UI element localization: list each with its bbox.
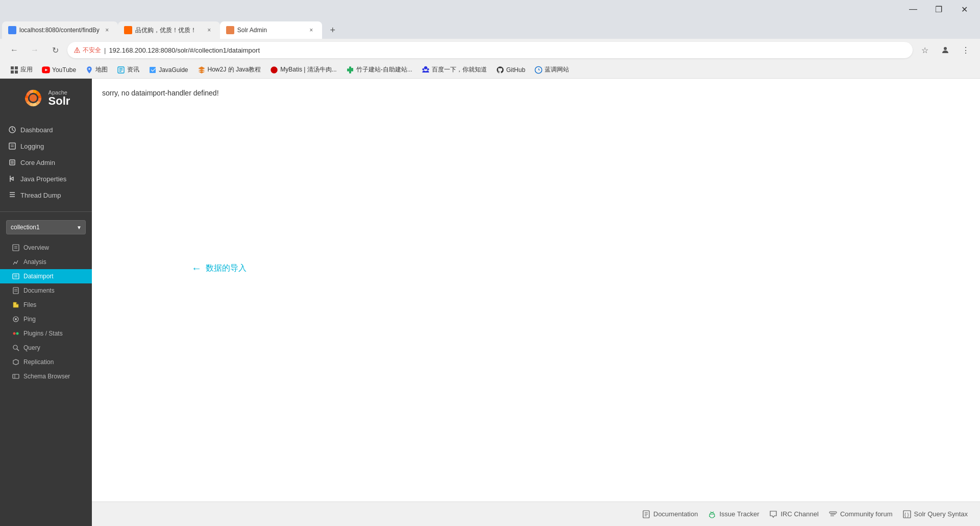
address-text: 192.168.200.128:8080/solr/#/collection1/… <box>109 46 906 54</box>
bookmark-blue[interactable]: 蓝调网站 <box>530 63 573 76</box>
logging-icon <box>8 142 16 150</box>
svg-point-34 <box>13 332 16 335</box>
doc-icon <box>642 510 650 518</box>
sidebar-sub-item-overview[interactable]: Overview <box>0 241 92 255</box>
footer-link-community-forum[interactable]: Community forum <box>829 510 893 518</box>
query-icon <box>12 344 19 351</box>
svg-rect-19 <box>11 161 14 164</box>
footer-link-documentation[interactable]: Documentation <box>642 510 698 518</box>
sidebar-item-dashboard[interactable]: Dashboard <box>0 122 92 138</box>
footer-link-issue-tracker[interactable]: Issue Tracker <box>708 510 759 518</box>
sidebar-item-core-admin[interactable]: Core Admin <box>0 154 92 171</box>
main-content-area: sorry, no dataimport-handler defined! ← … <box>92 79 980 526</box>
sidebar: Apache Solr Dashboard Logging Core Admin <box>0 79 92 526</box>
collection-dropdown-container: collection1 <box>6 220 86 234</box>
sidebar-sub-item-dataimport[interactable]: Dataimport <box>0 269 92 283</box>
bookmark-apps[interactable]: 应用 <box>6 63 37 76</box>
java-props-icon <box>8 175 16 183</box>
svg-point-44 <box>709 513 715 518</box>
bookmark-page-button[interactable]: ☆ <box>917 42 933 58</box>
sidebar-sub-item-plugins-stats[interactable]: Plugins / Stats <box>0 326 92 341</box>
browser-tab-tab3[interactable]: Solr Admin× <box>220 21 322 39</box>
bookmark-how2j[interactable]: How2J 的 Java教程 <box>193 63 265 76</box>
minimize-button[interactable]: — <box>901 2 925 17</box>
svg-rect-3 <box>11 70 14 74</box>
sidebar-divider <box>0 211 92 212</box>
svg-line-37 <box>17 349 19 351</box>
app-container: Apache Solr Dashboard Logging Core Admin <box>0 79 980 526</box>
sidebar-logo: Apache Solr <box>0 79 92 117</box>
sidebar-sub-item-analysis-label: Analysis <box>23 258 46 266</box>
error-message: sorry, no dataimport-handler defined! <box>102 89 970 97</box>
chat-icon <box>769 510 777 518</box>
query-syntax-icon: { } <box>903 510 911 518</box>
solr-logo-icon <box>22 87 44 109</box>
sidebar-sub-item-documents-label: Documents <box>23 287 55 294</box>
new-tab-button[interactable]: + <box>324 21 341 39</box>
bookmark-news[interactable]: 资讯 <box>113 63 143 76</box>
footer-link-community-forum-label: Community forum <box>840 510 893 518</box>
refresh-button[interactable]: ↻ <box>47 42 63 58</box>
files-icon <box>12 301 19 308</box>
browser-tab-tab2[interactable]: 品优购，优质！优质！× <box>118 21 220 39</box>
sidebar-sub-item-ping[interactable]: Ping <box>0 312 92 326</box>
sidebar-sub-item-files[interactable]: Files <box>0 298 92 312</box>
svg-text:{ }: { } <box>904 512 909 517</box>
sidebar-sub-item-query[interactable]: Query <box>0 341 92 355</box>
sidebar-sub-item-dataimport-label: Dataimport <box>23 273 54 280</box>
sidebar-main-nav: Dashboard Logging Core Admin Java Proper… <box>0 117 92 207</box>
bookmark-javaguide[interactable]: JavaGuide <box>144 64 192 76</box>
annotation-arrow: ← <box>191 262 202 274</box>
menu-button[interactable]: ⋮ <box>958 42 974 58</box>
bookmark-github[interactable]: GitHub <box>492 64 529 76</box>
sidebar-sub-item-files-label: Files <box>23 301 36 308</box>
sidebar-sub-item-query-label: Query <box>23 344 40 351</box>
back-button[interactable]: ← <box>6 42 22 58</box>
bookmarks-bar: 应用 YouTube 地图 资讯 JavaGuide How2J 的 Java教… <box>0 61 980 79</box>
tab-close-tab1[interactable]: × <box>103 26 112 35</box>
sidebar-sub-item-analysis[interactable]: Analysis <box>0 255 92 269</box>
svg-rect-29 <box>13 288 18 294</box>
footer-link-irc-channel[interactable]: IRC Channel <box>769 510 818 518</box>
bookmark-maps[interactable]: 地图 <box>81 63 112 76</box>
sidebar-item-logging[interactable]: Logging <box>0 138 92 154</box>
sidebar-sub-item-replication[interactable]: Replication <box>0 355 92 369</box>
collection-select[interactable]: collection1 <box>6 220 86 234</box>
bookmark-mybatis[interactable]: MyBatis | 清汤牛肉... <box>266 63 340 76</box>
svg-rect-11 <box>351 68 353 71</box>
dataimport-icon <box>12 273 19 280</box>
tab-close-tab2[interactable]: × <box>205 26 214 35</box>
svg-rect-26 <box>13 274 19 279</box>
svg-rect-38 <box>13 374 19 378</box>
footer: Documentation Issue Tracker IRC Channel … <box>92 501 980 526</box>
documents-icon <box>12 287 19 294</box>
bookmark-youtube[interactable]: YouTube <box>38 64 80 76</box>
forward-button[interactable]: → <box>27 42 43 58</box>
close-button[interactable]: ✕ <box>952 2 976 17</box>
annotation-container: ← 数据的导入 <box>191 262 247 274</box>
sidebar-sub-item-ping-label: Ping <box>23 316 36 323</box>
sidebar-sub-item-schema-browser[interactable]: Schema Browser <box>0 369 92 384</box>
browser-tab-tab1[interactable]: localhost:8080/content/findBy× <box>2 21 118 39</box>
svg-point-13 <box>29 94 37 102</box>
footer-link-solr-query-syntax[interactable]: { } Solr Query Syntax <box>903 510 968 518</box>
tab-favicon-tab2 <box>124 26 132 34</box>
security-warning: 不安全 <box>74 46 101 55</box>
maximize-button[interactable]: ❐ <box>927 2 950 17</box>
sidebar-sub-item-documents[interactable]: Documents <box>0 283 92 298</box>
tab-title-tab2: 品优购，优质！优质！ <box>135 26 202 35</box>
logo-solr-text: Solr <box>48 95 70 107</box>
tab-close-tab3[interactable]: × <box>307 26 316 35</box>
profile-button[interactable] <box>937 42 953 58</box>
bookmark-baidu[interactable]: 百度一下，你就知道 <box>418 63 491 76</box>
sidebar-item-thread-dump[interactable]: Thread Dump <box>0 187 92 203</box>
bug-icon <box>708 510 716 518</box>
sidebar-item-java-properties[interactable]: Java Properties <box>0 171 92 187</box>
svg-rect-1 <box>11 66 14 69</box>
annotation-text: 数据的导入 <box>206 263 247 274</box>
bookmark-bamboo[interactable]: 竹子建站-自助建站... <box>342 63 416 76</box>
replication-icon <box>12 358 19 366</box>
svg-rect-23 <box>13 245 19 251</box>
sidebar-item-java-properties-label: Java Properties <box>20 175 66 183</box>
sidebar-item-dashboard-label: Dashboard <box>20 126 53 134</box>
